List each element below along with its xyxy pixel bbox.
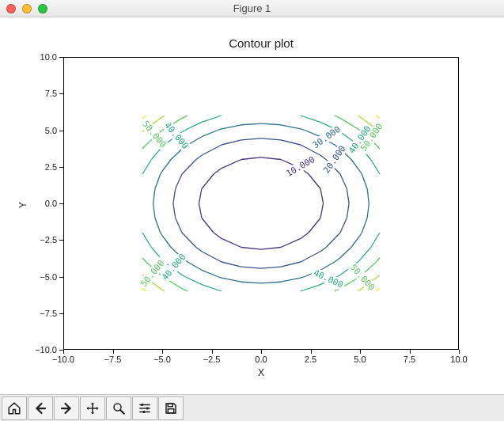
forward-button[interactable] [54, 396, 79, 420]
svg-rect-5 [168, 404, 172, 407]
floppy-icon [164, 401, 178, 415]
arrow-right-icon [59, 401, 74, 415]
contour-svg [0, 17, 504, 394]
configure-button[interactable] [132, 396, 157, 420]
zoom-button[interactable] [106, 396, 131, 420]
sliders-icon [138, 401, 152, 415]
pan-button[interactable] [80, 396, 105, 420]
svg-rect-3 [146, 407, 148, 409]
titlebar: Figure 1 [0, 0, 504, 17]
back-button[interactable] [28, 396, 53, 420]
figure-canvas[interactable]: Contour plot−10.0−7.5−5.0−2.50.02.55.07.… [0, 17, 504, 394]
close-icon[interactable] [6, 4, 16, 13]
save-button[interactable] [158, 396, 184, 420]
nav-toolbar [0, 394, 504, 421]
svg-rect-4 [143, 411, 145, 413]
home-button[interactable] [2, 396, 27, 420]
magnifier-icon [112, 401, 126, 415]
figure-window: Figure 1 Contour plot−10.0−7.5−5.0−2.50.… [0, 0, 504, 421]
move-icon [85, 401, 100, 415]
window-title: Figure 1 [0, 2, 504, 14]
window-controls [6, 4, 47, 13]
arrow-left-icon [33, 401, 47, 415]
maximize-icon[interactable] [38, 4, 47, 13]
minimize-icon[interactable] [22, 4, 32, 13]
svg-rect-2 [142, 404, 143, 406]
home-icon [7, 401, 21, 415]
svg-rect-6 [168, 408, 174, 412]
